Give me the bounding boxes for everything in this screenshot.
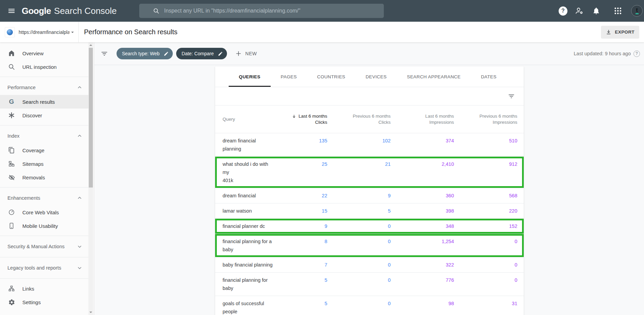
sidebar-item-label: Overview xyxy=(22,51,44,56)
sidebar-item-core-web-vitals[interactable]: Core Web Vitals xyxy=(0,205,89,219)
table-row[interactable]: dream financial229360568 xyxy=(215,188,524,203)
sidebar-item-label: Sitemaps xyxy=(22,161,44,167)
impressions-value: 374 xyxy=(391,133,454,148)
query-cell: financial planning for a baby xyxy=(215,234,274,257)
tab-dates[interactable]: DATES xyxy=(471,66,507,87)
smartphone-icon xyxy=(7,222,16,230)
property-selector[interactable]: https://dreamfinancialplannin... xyxy=(0,22,79,42)
impressions-value: 348 xyxy=(391,219,454,234)
google-g-icon: G xyxy=(7,98,16,106)
new-filter-button[interactable]: NEW xyxy=(235,50,257,57)
scroll-down-icon[interactable] xyxy=(88,310,93,315)
sidebar-item-label: Links xyxy=(22,286,34,292)
url-inspect-searchbar[interactable] xyxy=(139,4,384,18)
sidebar-item-settings[interactable]: Settings xyxy=(0,295,89,309)
sidebar-section-performance[interactable]: Performance xyxy=(0,80,89,95)
chevron-up-icon xyxy=(77,195,83,201)
query-column-header[interactable]: Query xyxy=(215,117,274,122)
column-header-last6-impressions[interactable]: Last 6 months Impressions xyxy=(391,113,454,125)
table-filter-row xyxy=(215,87,524,105)
sidebar-item-removals[interactable]: Removals xyxy=(0,171,89,184)
table-row[interactable]: baby financial planning703220 xyxy=(215,257,524,272)
queries-table-card: QUERIESPAGESCOUNTRIESDEVICESSEARCH APPEA… xyxy=(215,66,524,315)
sidebar-item-url-inspection[interactable]: URL inspection xyxy=(0,60,89,74)
sidebar-item-search-results[interactable]: G Search results xyxy=(0,95,89,109)
clicks-value: 25 xyxy=(274,157,327,172)
eye-off-icon xyxy=(7,173,16,181)
table-row[interactable]: goals of successful people509831 xyxy=(215,296,524,315)
impressions-value: 0 xyxy=(454,273,517,288)
chip-date-compare[interactable]: Date: Compare xyxy=(176,48,227,59)
sidebar-scrollbar[interactable] xyxy=(88,42,93,315)
table-row[interactable]: dream financial planning135102374510 xyxy=(215,133,524,156)
table-row[interactable]: financial planning for baby507760 xyxy=(215,272,524,296)
help-outline-icon[interactable]: ? xyxy=(633,51,640,57)
tab-search-appearance[interactable]: SEARCH APPEARANCE xyxy=(397,66,471,87)
google-search-console-app: Google Search Console ? xyxy=(0,0,644,315)
table-filter-icon[interactable] xyxy=(508,93,515,100)
clicks-value: 0 xyxy=(327,296,391,311)
clicks-value: 0 xyxy=(327,219,391,234)
divider xyxy=(0,257,89,257)
impressions-value: 0 xyxy=(454,257,517,272)
impressions-value: 98 xyxy=(391,296,454,311)
scrollbar-thumb[interactable] xyxy=(89,48,93,188)
sidebar-section-security[interactable]: Security & Manual Actions xyxy=(0,239,89,254)
table-row[interactable]: financial planning for a baby801,2540 xyxy=(215,234,524,257)
clicks-value: 22 xyxy=(274,188,327,203)
url-inspect-input[interactable] xyxy=(164,8,379,14)
manage-users-icon[interactable] xyxy=(575,6,584,15)
sidebar-item-sitemaps[interactable]: Sitemaps xyxy=(0,157,89,171)
sidebar-item-label: Mobile Usability xyxy=(22,223,58,229)
avatar[interactable]: t xyxy=(631,5,643,17)
help-icon[interactable]: ? xyxy=(559,6,567,15)
tab-pages[interactable]: PAGES xyxy=(271,66,307,87)
tab-devices[interactable]: DEVICES xyxy=(355,66,397,87)
sidebar-item-mobile-usability[interactable]: Mobile Usability xyxy=(0,219,89,233)
menu-icon[interactable] xyxy=(7,7,16,15)
plus-icon xyxy=(235,50,242,57)
query-cell: lamar watson xyxy=(215,203,274,218)
chevron-down-icon xyxy=(77,265,83,271)
table-row[interactable]: financial planner dc90348152 xyxy=(215,218,524,234)
column-header-prev6-impressions[interactable]: Previous 6 months Impressions xyxy=(454,113,517,125)
clicks-value: 102 xyxy=(327,133,391,148)
caret-down-icon xyxy=(69,29,76,35)
notifications-bell-icon[interactable] xyxy=(592,6,601,15)
divider xyxy=(0,278,89,279)
edit-pencil-icon xyxy=(164,51,169,56)
page-title: Performance on Search results xyxy=(84,28,178,36)
table-row[interactable]: lamar watson155398220 xyxy=(215,203,524,218)
tab-countries[interactable]: COUNTRIES xyxy=(307,66,355,87)
apps-grid-icon[interactable] xyxy=(614,6,622,15)
chip-search-type[interactable]: Search type: Web xyxy=(117,48,173,59)
filter-list-icon[interactable] xyxy=(100,50,108,58)
divider xyxy=(0,77,89,77)
logo-product-text: Search Console xyxy=(54,6,117,16)
sidebar-section-enhancements[interactable]: Enhancements xyxy=(0,191,89,205)
sidebar-item-coverage[interactable]: Coverage xyxy=(0,143,89,157)
clicks-value: 0 xyxy=(327,273,391,288)
table-header-row: Query Last 6 months Clicks Previous 6 mo… xyxy=(215,105,524,133)
tab-queries[interactable]: QUERIES xyxy=(229,66,271,87)
scroll-up-icon[interactable] xyxy=(88,43,93,47)
impressions-value: 912 xyxy=(454,157,517,172)
sidebar-item-overview[interactable]: Overview xyxy=(0,46,89,60)
avatar-accent xyxy=(636,13,639,14)
new-label: NEW xyxy=(245,51,257,56)
sidebar-section-legacy[interactable]: Legacy tools and reports xyxy=(0,260,89,275)
impressions-value: 0 xyxy=(454,234,517,249)
sidebar-item-links[interactable]: Links xyxy=(0,282,89,295)
last-updated: Last updated: 9 hours ago ? xyxy=(574,51,640,57)
clicks-value: 0 xyxy=(327,257,391,272)
column-header-last6-clicks[interactable]: Last 6 months Clicks xyxy=(274,113,327,125)
export-button[interactable]: EXPORT xyxy=(601,26,639,39)
clicks-value: 21 xyxy=(327,157,391,172)
sidebar-section-index[interactable]: Index xyxy=(0,129,89,143)
section-label: Legacy tools and reports xyxy=(7,265,77,271)
sidebar-item-discover[interactable]: Discover xyxy=(0,109,89,122)
table-row[interactable]: what should i do with my 401k25212,41091… xyxy=(215,156,524,188)
sidebar-item-label: Removals xyxy=(22,175,45,180)
report-canvas: QUERIESPAGESCOUNTRIESDEVICESSEARCH APPEA… xyxy=(94,65,644,315)
column-header-prev6-clicks[interactable]: Previous 6 months Clicks xyxy=(327,113,391,125)
